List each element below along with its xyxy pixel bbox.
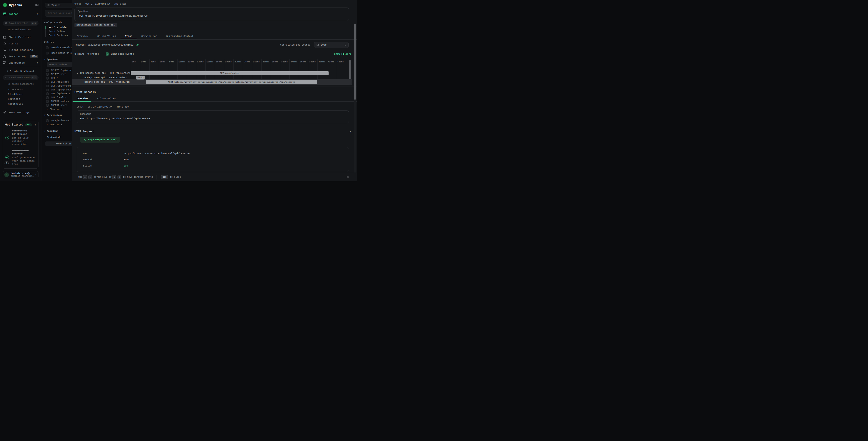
checkbox-icon[interactable] <box>46 104 49 107</box>
user-menu[interactable]: D dominic.tran@c… dominic.tran@cli… › <box>3 171 38 178</box>
scrollbar-thumb[interactable] <box>354 24 356 100</box>
span-row-name[interactable]: ∨(2) nodejs-demo-api | GET /api/orders <box>77 71 130 75</box>
spanname-filter-row[interactable]: GET /api/orders <box>46 84 72 88</box>
root-spans-toggle[interactable]: Root Spans Only <box>46 52 72 55</box>
sidebar-item-search[interactable]: Search ∧ <box>0 11 41 17</box>
service-tag[interactable]: ServiceName: nodejs-demo-api <box>74 23 117 27</box>
span-duration-bar[interactable]: POST https://inventory-service.internal/… <box>146 80 317 84</box>
create-dashboard-button[interactable]: + Create Dashboard <box>7 70 41 73</box>
spanname-filter-row[interactable]: GET /api/cart <box>46 80 72 84</box>
checkbox-icon[interactable] <box>46 69 49 72</box>
scrollbar[interactable] <box>354 23 356 173</box>
row-label: URL <box>77 152 124 155</box>
checkbox-icon[interactable] <box>46 52 49 54</box>
sidebar-item-service-map[interactable]: Service Map BETA <box>0 54 41 59</box>
preset-kubernetes[interactable]: Kubernetes <box>8 102 41 105</box>
details-tab-column-values[interactable]: Column Values <box>97 96 116 101</box>
span-duration-bar[interactable]: SELECT <box>136 76 145 80</box>
saved-searches-input[interactable] <box>9 22 31 25</box>
timeline-tick-label: 40ms <box>151 61 156 63</box>
tab-service-map[interactable]: Service Map <box>142 33 157 39</box>
chevron-down-icon: ∨ <box>8 88 10 91</box>
checkbox-icon[interactable] <box>46 92 49 95</box>
spanname-filter-row[interactable]: DELETE /api/cart <box>46 68 72 72</box>
checkbox-icon[interactable] <box>46 100 49 103</box>
show-more-link[interactable]: ›Show more <box>46 108 72 111</box>
analysis-mode-results-table[interactable]: Results Table <box>46 26 72 30</box>
get-started-item[interactable]: Connect to ClickHouse Set up your databa… <box>5 129 36 146</box>
show-span-events-checkbox[interactable] <box>106 52 109 56</box>
span-row-name[interactable]: nodejs-demo-api | POST https://invento <box>85 80 130 84</box>
checkbox-icon[interactable] <box>46 77 49 80</box>
chevron-up-icon[interactable]: ∧ <box>36 12 38 16</box>
avatar: D <box>4 172 9 177</box>
close-icon[interactable] <box>346 175 349 179</box>
saved-dashboards-input[interactable] <box>9 77 31 79</box>
events-search-input[interactable] <box>45 10 72 17</box>
saved-searches-search[interactable]: ⌘ K <box>3 21 38 26</box>
edit-icon[interactable] <box>136 43 139 46</box>
servicename-filter-row[interactable]: nodejs-demo-api <box>46 119 72 122</box>
source-selector[interactable]: Traces <box>45 3 72 7</box>
more-filters-button[interactable]: More filters <box>45 142 72 146</box>
tab-overview[interactable]: Overview <box>77 33 88 39</box>
checkbox-icon[interactable] <box>46 81 49 83</box>
collapse-sidebar-icon[interactable] <box>35 4 38 7</box>
log-source-value: Logs <box>321 43 327 46</box>
spanname-filter-row[interactable]: INSERT orders <box>46 99 72 104</box>
checkbox-icon[interactable] <box>46 96 49 99</box>
tab-column-values[interactable]: Column Values <box>97 33 116 39</box>
log-source-select[interactable]: Logs <box>314 42 349 48</box>
analysis-mode-event-deltas[interactable]: Event Deltas <box>46 30 72 33</box>
copy-curl-button[interactable]: >_ Copy Request as Curl <box>80 137 120 143</box>
span-duration-bar[interactable]: GET /api/orders <box>131 71 329 75</box>
sidebar-item-team-settings[interactable]: Team Settings <box>0 110 41 115</box>
spanname-section-header[interactable]: ∨SpanName <box>44 58 72 61</box>
chevron-up-icon[interactable]: ∧ <box>35 123 36 126</box>
checkbox-icon[interactable] <box>46 73 49 76</box>
span-bar-label: POST https://inventory-service.internal/… <box>168 81 295 83</box>
sidebar-item-chart-explorer[interactable]: Chart Explorer <box>0 35 41 40</box>
search-values-input[interactable] <box>47 62 72 67</box>
spanname-filter-row[interactable]: GET / <box>46 76 72 80</box>
search-nav-icon <box>3 12 6 16</box>
spanname-filter-row[interactable]: INSERT users <box>46 104 72 107</box>
preset-services[interactable]: Services <box>8 98 41 100</box>
checkbox-icon[interactable] <box>46 47 49 49</box>
analysis-mode-event-patterns[interactable]: Event Patterns <box>46 33 72 37</box>
timeline-tick-label: 220ms <box>235 61 241 63</box>
servicename-section-header[interactable]: ∨ServiceName <box>44 114 72 117</box>
show-filters-link[interactable]: Show Filters <box>334 53 351 55</box>
sidebar-item-alerts[interactable]: Alerts <box>0 41 41 46</box>
timeline-tick-label: 180ms <box>216 61 222 63</box>
denoise-toggle[interactable]: Denoise Results <box>46 46 72 49</box>
sidebar-item-label: Service Map <box>9 55 26 58</box>
get-started-item[interactable]: Create Data Sources Configure where your… <box>5 149 36 166</box>
collapse-section-icon[interactable]: ∧ <box>349 130 351 133</box>
spankind-section-header[interactable]: ›SpanKind <box>44 130 72 133</box>
saved-dashboards-search[interactable]: ⌘ K <box>3 76 38 80</box>
span-bar-label: GET /api/orders <box>220 72 240 75</box>
chevron-up-icon[interactable]: ∧ <box>36 61 38 64</box>
tab-trace[interactable]: Trace <box>125 33 132 39</box>
sidebar-item-client-sessions[interactable]: Client Sessions <box>0 48 41 52</box>
chevron-down-icon: ∨ <box>44 114 45 117</box>
checkbox-icon[interactable] <box>46 119 49 122</box>
spanname-filter-row[interactable]: GET /api/products <box>46 88 72 92</box>
spanname-filter-row[interactable]: GET /api/users <box>46 92 72 96</box>
chevron-down-icon[interactable]: ∨ <box>77 72 78 75</box>
checkbox-icon[interactable] <box>46 89 49 91</box>
preset-clickhouse[interactable]: ClickHouse <box>8 93 41 96</box>
load-more-link[interactable]: ›Load more <box>46 123 72 126</box>
details-tab-overview[interactable]: Overview <box>77 96 88 101</box>
sidebar-item-dashboards[interactable]: Dashboards ∧ <box>0 60 41 65</box>
checkbox-icon[interactable] <box>46 85 49 87</box>
help-button[interactable]: ? <box>5 161 9 165</box>
tab-surrounding-context[interactable]: Surrounding Context <box>166 33 193 39</box>
statuscode-section-header[interactable]: ›StatusCode <box>44 136 72 139</box>
timeline-tick-label: 120ms <box>188 61 194 63</box>
span-row-name[interactable]: nodejs-demo-api | SELECT orders <box>85 76 130 80</box>
presets-header[interactable]: ∨PRESETS <box>8 88 41 91</box>
spanname-filter-row[interactable]: GET /health <box>46 96 72 99</box>
spanname-filter-row[interactable]: DELETE cart <box>46 72 72 76</box>
